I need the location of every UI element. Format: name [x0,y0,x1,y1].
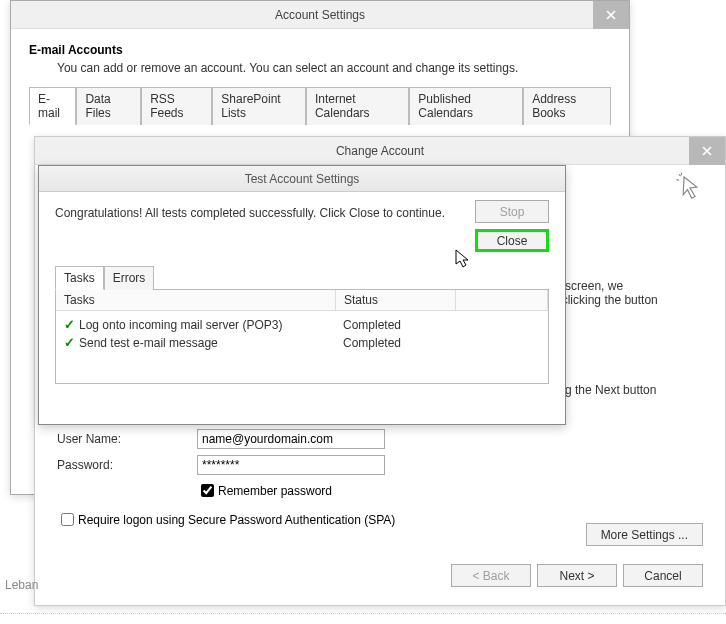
tasks-table: Tasks Status ✓ Log onto incoming mail se… [55,290,549,384]
email-accounts-subtext: You can add or remove an account. You ca… [57,61,611,75]
divider [0,613,726,614]
tab-internet-calendars[interactable]: Internet Calendars [306,87,409,125]
check-icon: ✓ [64,335,75,350]
tab-address-books[interactable]: Address Books [523,87,611,125]
table-row: ✓ Log onto incoming mail server (POP3) C… [64,317,540,332]
spa-checkbox[interactable] [61,513,74,526]
tab-published-calendars[interactable]: Published Calendars [409,87,523,125]
test-dialog-tabs: Tasks Errors [55,266,549,290]
account-settings-titlebar: Account Settings [11,1,629,29]
email-accounts-heading: E-mail Accounts [29,43,611,57]
task-name: Log onto incoming mail server (POP3) [79,318,343,332]
spa-label: Require logon using Secure Password Auth… [78,513,395,527]
account-settings-title: Account Settings [275,8,365,22]
remember-password-label: Remember password [218,484,332,498]
password-input[interactable] [197,455,385,475]
account-settings-tabs: E-mail Data Files RSS Feeds SharePoint L… [29,87,611,125]
cancel-button[interactable]: Cancel [623,564,703,587]
test-account-settings-dialog: Test Account Settings Congratulations! A… [38,165,566,425]
task-status: Completed [343,318,401,332]
tab-email[interactable]: E-mail [29,87,76,125]
close-icon[interactable] [689,137,725,165]
logon-information-section: Logon Information User Name: Password: R… [57,407,703,529]
tab-data-files[interactable]: Data Files [76,87,141,125]
stop-button[interactable]: Stop [475,200,549,223]
cursor-sparkle-icon [673,171,707,208]
tab-tasks[interactable]: Tasks [55,266,104,290]
user-name-label: User Name: [57,432,197,446]
table-row: ✓ Send test e-mail message Completed [64,335,540,350]
password-label: Password: [57,458,197,472]
close-button[interactable]: Close [475,229,549,252]
wizard-footer-buttons: < Back Next > Cancel [451,564,703,587]
check-icon: ✓ [64,317,75,332]
tab-sharepoint[interactable]: SharePoint Lists [212,87,306,125]
tab-rss-feeds[interactable]: RSS Feeds [141,87,212,125]
back-button[interactable]: < Back [451,564,531,587]
change-account-title: Change Account [336,144,424,158]
user-name-input[interactable] [197,429,385,449]
test-dialog-title: Test Account Settings [245,172,360,186]
next-button[interactable]: Next > [537,564,617,587]
remember-password-checkbox[interactable] [201,484,214,497]
task-name: Send test e-mail message [79,336,343,350]
tasks-column-header: Tasks [56,290,336,310]
more-settings-button[interactable]: More Settings ... [586,523,703,546]
page-fragment-text: Leban [5,578,38,592]
task-status: Completed [343,336,401,350]
test-dialog-titlebar: Test Account Settings [39,166,565,192]
status-column-header: Status [336,290,456,310]
tab-errors[interactable]: Errors [104,266,155,290]
change-account-titlebar: Change Account [35,137,725,165]
close-icon[interactable] [593,1,629,29]
